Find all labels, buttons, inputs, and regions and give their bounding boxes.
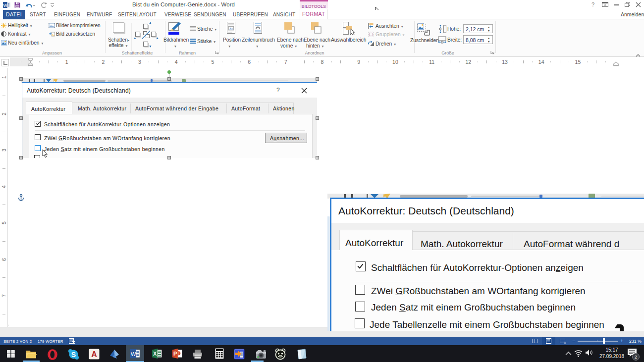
svg-text:W: W: [131, 351, 136, 357]
svg-text:X: X: [153, 351, 157, 357]
svg-text:P: P: [173, 351, 177, 357]
svg-text:A: A: [91, 350, 97, 359]
svg-text:W: W: [3, 3, 7, 8]
svg-text:S: S: [71, 351, 76, 359]
